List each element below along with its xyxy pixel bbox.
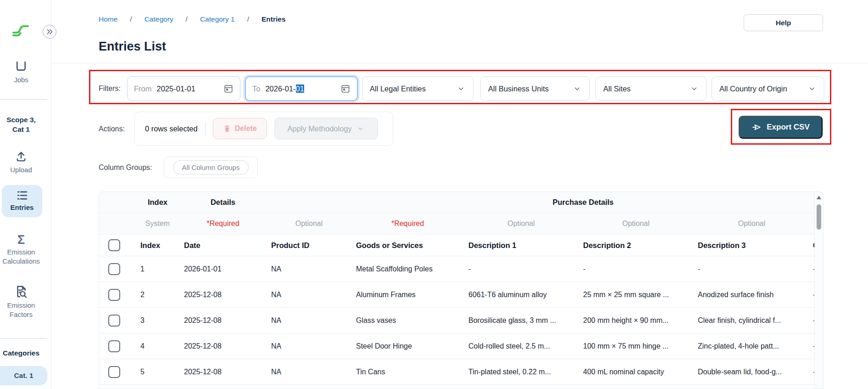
requirement-optional: Optional xyxy=(693,220,810,228)
select-all-checkbox[interactable] xyxy=(108,239,120,251)
table-cell: 2025-12-08 xyxy=(179,291,267,299)
table-cell: 5 xyxy=(136,368,179,376)
sidebar-expand-button[interactable] xyxy=(43,25,56,39)
breadcrumb-link-category[interactable]: Category xyxy=(145,15,173,23)
business-units-select[interactable]: All Business Units xyxy=(480,76,590,101)
table-cell: NA xyxy=(267,342,351,350)
from-date-value: 2025-01-01 xyxy=(157,85,195,93)
delete-button[interactable]: Delete xyxy=(213,118,267,139)
requirement-optional: Optional xyxy=(579,220,693,228)
table-cell: Metal Scaffolding Poles xyxy=(351,265,464,273)
table-cell: Zinc-plated, 4-hole patt... xyxy=(693,342,810,350)
sidebar-item-label: Emission Factors xyxy=(7,301,35,319)
column-groups-container: All Column Groups xyxy=(164,157,258,178)
country-of-origin-select[interactable]: All Country of Origin xyxy=(712,76,824,101)
sidebar-item-cat-1[interactable]: Cat. 1 xyxy=(0,366,47,385)
row-checkbox[interactable] xyxy=(108,289,120,301)
table-cell: Borosilicate glass, 3 mm ... xyxy=(464,316,579,325)
scrollbar-up-arrow-icon[interactable] xyxy=(817,196,821,199)
chevron-down-icon xyxy=(456,84,466,93)
requirement-required: *Required xyxy=(179,220,267,228)
table-cell: NA xyxy=(267,368,351,376)
table-cell: NA xyxy=(267,291,351,299)
breadcrumb-link-home[interactable]: Home xyxy=(99,15,117,23)
sigma-icon: Σ xyxy=(17,233,25,246)
send-icon xyxy=(751,122,762,132)
breadcrumb-current: Entries xyxy=(262,15,286,23)
actions-container: 0 rows selected Delete Apply Methodology xyxy=(134,112,393,146)
sites-select[interactable]: All Sites xyxy=(595,76,707,101)
table-cell: - xyxy=(693,265,810,273)
requirement-system: System xyxy=(136,220,179,228)
sidebar-item-emission-factors[interactable]: Emission Factors xyxy=(0,285,42,319)
group-header-purchase-details: Purchase Details xyxy=(351,198,810,207)
sidebar-divider xyxy=(0,338,47,338)
table-cell: - xyxy=(464,265,579,273)
table-cell: 6061-T6 aluminum alloy xyxy=(464,291,579,299)
table-cell: Glass vases xyxy=(351,316,464,325)
entries-table: Index Details Purchase Details System *R… xyxy=(99,192,823,389)
column-header-date: Date xyxy=(179,241,267,250)
breadcrumb-separator: / xyxy=(247,15,249,23)
app-logo-icon xyxy=(12,23,29,37)
from-date-input[interactable]: From 2025-01-01 xyxy=(127,76,240,101)
group-header-details: Details xyxy=(179,198,267,207)
sidebar-item-emission-calculations[interactable]: Σ Emission Calculations xyxy=(0,233,42,266)
table-requirement-row: System *Required Optional *Required Opti… xyxy=(99,213,823,235)
export-csv-button[interactable]: Export CSV xyxy=(739,116,823,139)
table-row: 12026-01-01NAMetal Scaffolding Poles---- xyxy=(99,256,823,282)
table-cell: 4 xyxy=(136,342,179,350)
column-header-product-id: Product ID xyxy=(267,241,351,250)
table-cell: 200 mm height × 90 mm... xyxy=(579,316,693,325)
entries-list-icon xyxy=(16,190,28,201)
table-cell: 2025-12-08 xyxy=(179,368,267,376)
table-cell: NA xyxy=(267,316,351,325)
to-date-prefix: To xyxy=(252,85,260,93)
vertical-divider xyxy=(205,122,206,135)
table-cell: 400 mL nominal capacity xyxy=(579,368,693,376)
trash-icon xyxy=(223,124,231,133)
column-header-description-1: Description 1 xyxy=(464,241,579,250)
document-search-icon xyxy=(14,285,28,299)
row-checkbox[interactable] xyxy=(108,340,120,352)
double-chevron-right-icon xyxy=(45,28,54,35)
column-header-description-3: Description 3 xyxy=(693,241,810,250)
table-cell: Tin-plated steel, 0.22 m... xyxy=(464,368,579,376)
table-body: 12026-01-01NAMetal Scaffolding Poles----… xyxy=(99,256,823,385)
categories-heading: Categories xyxy=(0,349,42,357)
table-cell: NA xyxy=(267,265,351,273)
calendar-icon[interactable] xyxy=(340,84,351,94)
table-row: 52025-12-08NATin CansTin-plated steel, 0… xyxy=(99,359,823,385)
legal-entities-select[interactable]: All Legal Entities xyxy=(362,76,473,101)
scope-heading: Scope 3, Cat 1 xyxy=(0,115,42,134)
sidebar-item-label: Upload xyxy=(10,165,32,175)
row-checkbox[interactable] xyxy=(108,366,120,378)
to-date-input[interactable]: To 2026-01-01 xyxy=(245,76,358,101)
row-checkbox[interactable] xyxy=(108,315,120,327)
table-group-header-row: Index Details Purchase Details xyxy=(99,192,823,213)
calendar-icon[interactable] xyxy=(223,84,234,94)
scrollbar-thumb[interactable] xyxy=(817,204,821,230)
apply-methodology-button[interactable]: Apply Methodology xyxy=(274,118,378,140)
rows-selected-text: 0 rows selected xyxy=(145,124,198,133)
breadcrumb: Home / Category / Category 1 / Entries xyxy=(99,15,286,23)
vertical-scrollbar[interactable] xyxy=(814,192,823,389)
sidebar-item-label: Emission Calculations xyxy=(2,248,40,266)
sidebar-item-entries[interactable]: Entries xyxy=(2,185,42,217)
help-button[interactable]: Help xyxy=(744,14,823,31)
sidebar-item-jobs[interactable]: Jobs xyxy=(0,61,42,85)
column-header-description-2: Description 2 xyxy=(579,241,693,250)
to-date-value: 2026-01-01 xyxy=(265,85,304,93)
breadcrumb-separator: / xyxy=(186,15,188,23)
breadcrumb-link-category-1[interactable]: Category 1 xyxy=(200,15,235,23)
filters-label: Filters: xyxy=(99,85,121,93)
table-cell: Double-seam lid, food-g... xyxy=(693,368,810,376)
sidebar-divider xyxy=(0,99,47,100)
table-row: 32025-12-08NAGlass vasesBorosilicate gla… xyxy=(99,308,823,333)
row-checkbox[interactable] xyxy=(108,263,120,275)
table-cell: 2 xyxy=(136,291,179,299)
table-cell: Tin Cans xyxy=(351,368,464,376)
sidebar-item-upload[interactable]: Upload xyxy=(0,150,42,175)
all-column-groups-chip[interactable]: All Column Groups xyxy=(173,160,249,175)
page-title: Entries List xyxy=(99,39,166,54)
